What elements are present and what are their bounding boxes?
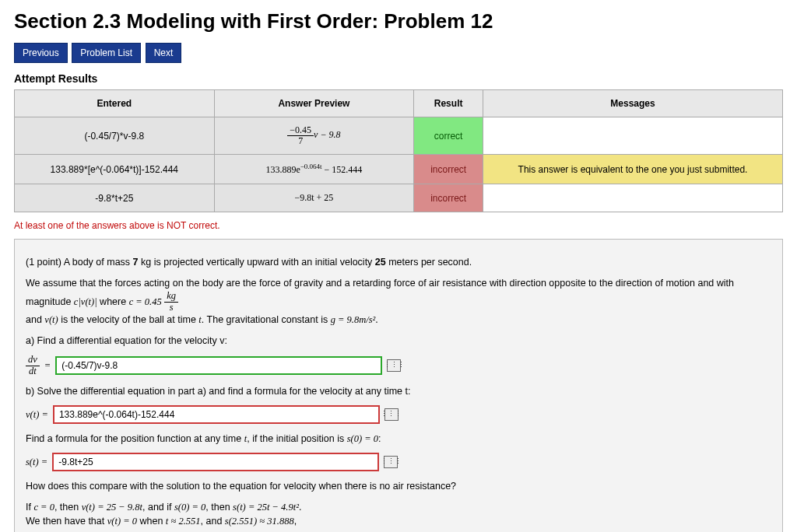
part-b-input[interactable] <box>53 405 380 424</box>
vt-equals: v(t) = <box>26 408 48 422</box>
result-cell: correct <box>414 117 483 155</box>
st-equals: s(t) = <box>26 455 47 470</box>
results-table: Entered Answer Preview Result Messages (… <box>14 89 783 212</box>
math: c = 0 <box>33 502 54 513</box>
preview-cell: −0.457v − 9.8 <box>214 117 414 155</box>
text: . <box>299 502 301 513</box>
preview-sup: −0.064t <box>300 163 322 170</box>
math: v(t) = 25 − 9.8t <box>82 502 142 513</box>
dt: dt <box>26 366 40 377</box>
text: , and <box>201 516 225 527</box>
result-cell: incorrect <box>414 155 483 184</box>
math-vt: v(t) <box>44 314 58 325</box>
frac-num: −0.45 <box>287 125 314 136</box>
part-c-input[interactable] <box>52 453 379 471</box>
text: where <box>97 296 129 306</box>
text: . The gravitational constant is <box>202 314 331 325</box>
text: , <box>294 516 297 527</box>
text: , if the initial position is <box>247 433 347 444</box>
table-header-row: Entered Answer Preview Result Messages <box>15 90 783 117</box>
table-row: -9.8*t+25 −9.8t + 25 incorrect <box>15 184 783 212</box>
part-c-answer: s(t) = ⋮⋮⋮ <box>26 453 771 471</box>
text: We then have that <box>26 516 107 527</box>
mass-value: 7 <box>133 257 139 268</box>
text: when <box>137 516 166 527</box>
preview-tail: − 152.444 <box>322 164 363 175</box>
page-title: Section 2.3 Modeling with First Order: P… <box>14 9 783 33</box>
math: s(0) = 0 <box>174 502 205 513</box>
preview-cell: −9.8t + 25 <box>214 184 414 212</box>
text: , then <box>54 502 82 513</box>
entered-cell: -9.8*t+25 <box>15 184 215 212</box>
unit-den: s <box>164 303 178 313</box>
text: is the velocity of the ball at time <box>58 314 199 325</box>
text: . <box>375 314 377 325</box>
frac-den: 7 <box>287 136 314 146</box>
text: : <box>378 433 381 444</box>
text: Find a formula for the position function… <box>26 433 244 444</box>
keypad-icon[interactable]: ⋮⋮⋮ <box>384 408 398 421</box>
v0-value: 25 <box>375 257 386 268</box>
text: (1 point) A body of mass <box>26 257 133 268</box>
keypad-icon[interactable]: ⋮⋮⋮ <box>384 456 398 468</box>
col-result: Result <box>414 90 483 117</box>
result-cell: incorrect <box>414 184 483 212</box>
problem-list-button[interactable]: Problem List <box>72 43 141 63</box>
preview-base: 133.889e <box>265 164 300 175</box>
preview-cell: 133.889e−0.064t − 152.444 <box>214 155 414 184</box>
message-cell: This answer is equivalent to the one you… <box>483 155 783 184</box>
compare-prompt: How does this compare with the solution … <box>26 479 771 494</box>
preview-plain: −9.8t + 25 <box>294 192 333 203</box>
part-b-answer: v(t) = ⋮⋮⋮ <box>26 405 771 424</box>
preview-tail: v − 9.8 <box>314 129 340 140</box>
math: s(2.551) ≈ 31.888 <box>225 516 294 527</box>
next-button[interactable]: Next <box>146 43 182 63</box>
message-cell <box>483 184 783 212</box>
text: meters per second. <box>386 257 472 268</box>
math-cvt: c|v(t)| <box>74 296 97 306</box>
attempt-heading: Attempt Results <box>14 72 783 85</box>
equals: = <box>44 359 51 373</box>
col-messages: Messages <box>483 90 783 117</box>
solution-text: If c = 0, then v(t) = 25 − 9.8t, and if … <box>26 500 771 532</box>
text: kg is projected vertically upward with a… <box>139 257 375 268</box>
text: , then <box>205 502 233 513</box>
part-a-input[interactable] <box>55 356 382 375</box>
math-s0: s(0) = 0 <box>347 433 378 444</box>
nav-buttons: Previous Problem List Next <box>14 43 783 63</box>
math: t ≈ 2.551 <box>166 516 201 527</box>
problem-statement: (1 point) A body of mass 7 kg is project… <box>26 255 771 270</box>
previous-button[interactable]: Previous <box>14 43 68 63</box>
entered-cell: (-0.45/7)*v-9.8 <box>15 117 215 155</box>
part-c-prompt: Find a formula for the position function… <box>26 432 771 446</box>
not-correct-warning: At least one of the answers above is NOT… <box>14 220 783 231</box>
part-a-prompt: a) Find a differential equation for the … <box>26 334 771 348</box>
col-entered: Entered <box>15 90 215 117</box>
col-preview: Answer Preview <box>214 90 414 117</box>
dv: dv <box>26 355 40 366</box>
math: s(t) = 25t − 4.9t² <box>233 502 299 513</box>
problem-box: (1 point) A body of mass 7 kg is project… <box>14 239 783 532</box>
text: If <box>26 502 33 513</box>
table-row: 133.889*[e^(-0.064*t)]-152.444 133.889e−… <box>15 155 783 184</box>
keypad-icon[interactable]: ⋮⋮⋮ <box>387 359 401 372</box>
math-g: g = 9.8m/s² <box>331 314 376 325</box>
math-c: c = 0.45 <box>129 296 162 306</box>
text: and <box>26 314 44 325</box>
message-cell <box>483 117 783 155</box>
text: , and if <box>142 502 174 513</box>
assumptions: We assume that the forces acting on the … <box>26 276 771 327</box>
part-a-answer: dvdt = ⋮⋮⋮ <box>26 355 771 377</box>
unit-num: kg <box>164 291 178 303</box>
math: v(t) = 0 <box>107 516 137 527</box>
part-b-prompt: b) Solve the differential equation in pa… <box>26 384 771 399</box>
table-row: (-0.45/7)*v-9.8 −0.457v − 9.8 correct <box>15 117 783 155</box>
entered-cell: 133.889*[e^(-0.064*t)]-152.444 <box>15 155 215 184</box>
